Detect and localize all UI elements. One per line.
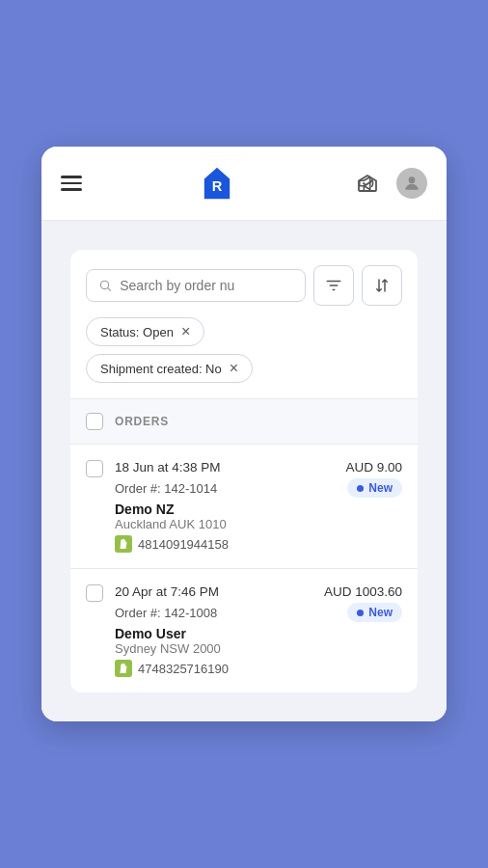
main-card: R: [41, 147, 447, 721]
search-icon: [98, 278, 112, 293]
order-1-date: 18 Jun at 4:38 PM: [115, 460, 221, 475]
menu-button[interactable]: [61, 176, 82, 191]
order-1-main: 18 Jun at 4:38 PM AUD 9.00 Order #: 142-…: [115, 460, 402, 553]
header-actions: [352, 168, 427, 199]
order-1-checkbox[interactable]: [86, 460, 103, 477]
order-2-shopify: 4748325716190: [115, 660, 402, 677]
shipment-filter-chip[interactable]: Shipment created: No ×: [86, 354, 253, 383]
select-all-checkbox[interactable]: [86, 413, 103, 430]
order-2-checkbox[interactable]: [86, 584, 103, 602]
shopify-icon-1: [115, 535, 132, 553]
app-header: R: [41, 147, 447, 221]
orders-header: ORDERS: [70, 399, 418, 445]
user-avatar[interactable]: [396, 168, 427, 199]
filter-icon: [325, 277, 342, 294]
sort-button[interactable]: [362, 265, 402, 306]
order-1-top: 18 Jun at 4:38 PM AUD 9.00: [115, 460, 402, 475]
notification-button[interactable]: [352, 168, 383, 199]
search-box[interactable]: [86, 269, 306, 302]
shopify-icon-2: [115, 660, 132, 677]
search-input[interactable]: [120, 278, 293, 293]
filter-button[interactable]: [313, 265, 354, 306]
status-filter-chip[interactable]: Status: Open ×: [86, 317, 204, 346]
order-2-main: 20 Apr at 7:46 PM AUD 1003.60 Order #: 1…: [115, 584, 402, 677]
order-1-shopify: 4814091944158: [115, 535, 402, 553]
order-2-address: Sydney NSW 2000: [115, 641, 402, 656]
order-1-mid: Order #: 142-1014 New: [115, 478, 402, 498]
orders-column-label: ORDERS: [115, 415, 169, 428]
order-1-shopify-id: 4814091944158: [138, 537, 229, 552]
shipment-filter-label: Shipment created: No: [100, 362, 222, 376]
sort-icon: [373, 277, 391, 294]
order-1-customer-name: Demo NZ: [115, 502, 402, 517]
badge-dot-1: [357, 485, 364, 492]
order-2-shopify-id: 4748325716190: [138, 662, 229, 676]
order-1-address: Auckland AUK 1010: [115, 517, 402, 531]
orders-card: Status: Open × Shipment created: No × OR…: [70, 250, 418, 692]
order-1-status-badge: New: [347, 478, 402, 498]
shipment-filter-remove[interactable]: ×: [230, 361, 238, 376]
order-row-2: 20 Apr at 7:46 PM AUD 1003.60 Order #: 1…: [86, 584, 402, 677]
order-2-date: 20 Apr at 7:46 PM: [115, 584, 219, 599]
app-logo: R: [196, 162, 238, 204]
svg-marker-1: [360, 177, 370, 190]
order-2-status-badge: New: [347, 603, 402, 622]
order-item-1[interactable]: 18 Jun at 4:38 PM AUD 9.00 Order #: 142-…: [70, 445, 418, 569]
search-area: [70, 250, 418, 317]
content-area: Status: Open × Shipment created: No × OR…: [41, 221, 447, 721]
svg-point-2: [409, 176, 416, 183]
order-1-status: New: [368, 481, 393, 495]
order-2-amount: AUD 1003.60: [324, 584, 402, 599]
status-filter-label: Status: Open: [100, 325, 174, 339]
filter-chips: Status: Open × Shipment created: No ×: [70, 317, 418, 398]
order-2-top: 20 Apr at 7:46 PM AUD 1003.60: [115, 584, 402, 599]
order-row-1: 18 Jun at 4:38 PM AUD 9.00 Order #: 142-…: [86, 460, 402, 553]
order-item-2[interactable]: 20 Apr at 7:46 PM AUD 1003.60 Order #: 1…: [70, 569, 418, 692]
order-2-status: New: [368, 606, 393, 619]
order-2-customer-name: Demo User: [115, 626, 402, 641]
status-filter-remove[interactable]: ×: [181, 324, 190, 339]
order-1-number: Order #: 142-1014: [115, 481, 217, 496]
svg-text:R: R: [212, 178, 223, 194]
order-2-number: Order #: 142-1008: [115, 606, 217, 620]
order-2-mid: Order #: 142-1008 New: [115, 603, 402, 622]
badge-dot-2: [357, 610, 364, 616]
order-1-amount: AUD 9.00: [345, 460, 402, 475]
